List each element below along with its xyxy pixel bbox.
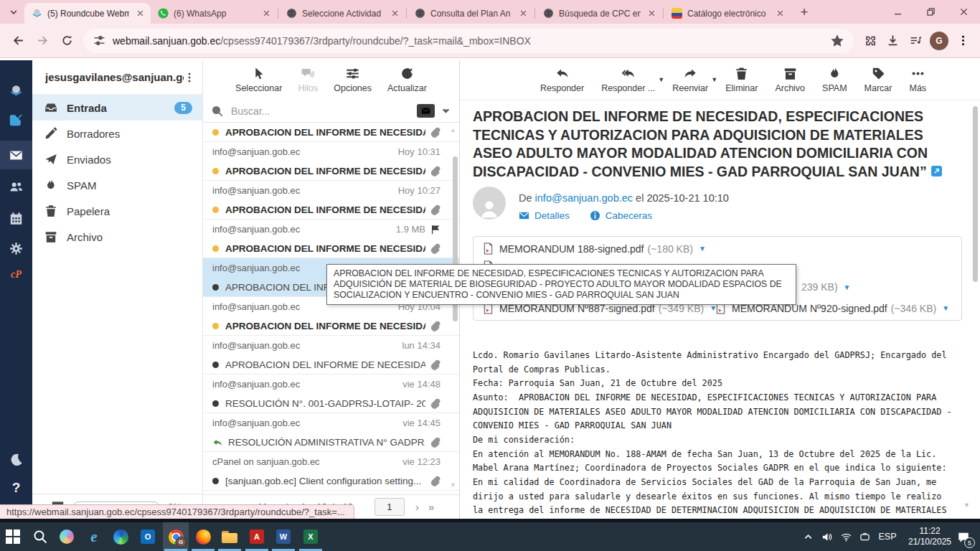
- toolbar-button-opciones[interactable]: Opciones: [334, 67, 372, 93]
- address-bar[interactable]: webmail.sanjuan.gob.ec/cpsess9740179367/…: [83, 29, 854, 53]
- tray-chevron-up-icon[interactable]: [799, 522, 816, 551]
- message-row[interactable]: info@sanjuan.gob.ecvie 14:45RESOLUCIÓN A…: [203, 413, 459, 452]
- mail-icon[interactable]: [0, 141, 32, 169]
- browser-tab[interactable]: (6) WhatsApp: [151, 3, 277, 24]
- toolbar-button-archivo[interactable]: Archivo: [775, 67, 805, 93]
- profile-avatar[interactable]: G: [930, 32, 948, 50]
- tab-search-chevron-icon[interactable]: [4, 3, 23, 22]
- message-row[interactable]: APROBACION DEL INFORME DE NECESIDA...: [203, 123, 459, 142]
- window-close-icon[interactable]: [947, 0, 980, 24]
- toolbar-button-spam[interactable]: SPAM: [822, 67, 847, 93]
- toolbar-button-m-s[interactable]: Más: [909, 67, 926, 93]
- page-last-icon[interactable]: »: [428, 501, 434, 513]
- tray-clock[interactable]: 11:22 21/10/2025: [901, 526, 958, 547]
- toolbar-button-eliminar[interactable]: Eliminar: [725, 67, 758, 93]
- toolbar-button-marcar[interactable]: Marcar: [864, 67, 892, 93]
- toolbar-button-actualizar[interactable]: Actualizar: [387, 67, 427, 93]
- sender-email-link[interactable]: info@sanjuan.gob.ec: [535, 192, 633, 204]
- taskbar-search-icon[interactable]: [32, 528, 49, 545]
- bookmark-star-icon[interactable]: [831, 34, 844, 47]
- taskbar-start-icon[interactable]: [4, 528, 22, 545]
- account-menu-kebab-icon[interactable]: [184, 72, 195, 83]
- tray-display-icon[interactable]: [856, 522, 873, 551]
- taskbar-file-explorer-icon[interactable]: [221, 528, 238, 545]
- browser-tab[interactable]: Catálogo electrónico: [664, 3, 791, 24]
- taskbar-edge-icon[interactable]: [112, 528, 129, 545]
- taskbar-chrome-icon[interactable]: G: [167, 528, 184, 545]
- tab-close-icon[interactable]: [260, 8, 272, 19]
- page-next-icon[interactable]: ›: [415, 501, 419, 513]
- tray-speaker-icon[interactable]: [818, 522, 835, 551]
- compose-icon[interactable]: [0, 105, 32, 133]
- toolbar-button-reenviar[interactable]: Reenviar▼: [672, 67, 708, 93]
- taskbar-acrobat-icon[interactable]: A: [248, 528, 265, 545]
- search-input[interactable]: [230, 105, 410, 118]
- media-controls-icon[interactable]: [904, 29, 927, 52]
- extensions-icon[interactable]: [858, 29, 881, 52]
- folder-item-archivo[interactable]: Archivo: [32, 224, 202, 250]
- tab-close-icon[interactable]: [646, 8, 657, 19]
- folder-item-entrada[interactable]: Entrada5: [32, 95, 202, 121]
- new-tab-button[interactable]: +: [795, 3, 814, 22]
- toolbar-button-responder[interactable]: Responder ...▼: [601, 67, 655, 93]
- taskbar-word-icon[interactable]: W: [275, 528, 292, 545]
- search-scope-icon[interactable]: [417, 104, 435, 118]
- attachment-item-partial[interactable]: 239 KB) ▼: [801, 281, 851, 293]
- tray-wifi-icon[interactable]: [837, 522, 854, 551]
- browser-tab[interactable]: (5) Roundcube Webm: [24, 3, 151, 24]
- unread-dot-icon[interactable]: [212, 129, 219, 136]
- headers-link[interactable]: Cabeceras: [606, 210, 652, 221]
- taskbar-outlook-icon[interactable]: O: [139, 528, 156, 545]
- help-icon[interactable]: ?: [0, 474, 32, 502]
- search-options-chevron-icon[interactable]: [441, 106, 451, 116]
- forward-icon[interactable]: [30, 29, 55, 53]
- tray-language[interactable]: ESP: [875, 522, 900, 551]
- open-in-new-window-icon[interactable]: [931, 166, 942, 176]
- calendar-icon[interactable]: [0, 204, 32, 232]
- read-dot-icon[interactable]: [212, 362, 219, 368]
- message-row[interactable]: cPanel on sanjuan.gob.ecvie 12:23[sanjua…: [203, 452, 459, 491]
- browser-menu-kebab-icon[interactable]: [951, 29, 974, 52]
- notification-center-icon[interactable]: 5: [954, 528, 973, 547]
- folder-item-papelera[interactable]: Papelera: [32, 198, 202, 224]
- page-number-input[interactable]: [374, 498, 405, 516]
- download-icon[interactable]: [881, 29, 904, 52]
- message-row[interactable]: info@sanjuan.gob.ec1.9 MBAPROBACION DEL …: [203, 220, 459, 258]
- list-scroll-up-icon[interactable]: ▲: [450, 126, 456, 133]
- folder-item-enviados[interactable]: Enviados: [32, 146, 202, 172]
- window-restore-icon[interactable]: [914, 0, 947, 24]
- attachment-menu-caret-icon[interactable]: ▼: [699, 245, 706, 253]
- folder-item-spam[interactable]: SPAM: [32, 172, 202, 198]
- list-scroll-down-icon[interactable]: ▼: [450, 481, 456, 489]
- site-settings-icon[interactable]: [93, 34, 105, 47]
- attachment-item[interactable]: MEMORANDUM 188-signed.pdf (~180 KB) ▼: [483, 242, 706, 255]
- dropdown-caret-icon[interactable]: ▼: [711, 76, 717, 83]
- unread-dot-icon[interactable]: [212, 245, 219, 252]
- message-row[interactable]: info@sanjuan.gob.ecvie 14:48RESOLUCIÓN N…: [203, 375, 459, 413]
- tab-close-icon[interactable]: [134, 8, 146, 19]
- read-dot-icon[interactable]: [212, 478, 219, 484]
- attachment-menu-caret-icon[interactable]: ▼: [844, 283, 851, 291]
- browser-tab[interactable]: Seleccione Actividad: [279, 3, 405, 24]
- unread-dot-icon[interactable]: [212, 207, 219, 213]
- browser-tab[interactable]: Búsqueda de CPC en: [536, 3, 662, 24]
- taskbar-internet-explorer-icon[interactable]: e: [85, 528, 103, 545]
- settings-gear-icon[interactable]: [0, 234, 32, 263]
- back-icon[interactable]: [6, 29, 30, 53]
- cpanel-icon[interactable]: cP: [0, 260, 32, 289]
- toolbar-button-responder[interactable]: Responder: [540, 67, 584, 93]
- tab-close-icon[interactable]: [517, 8, 529, 19]
- taskbar-firefox-icon[interactable]: [194, 528, 212, 545]
- taskbar-copilot-icon[interactable]: [58, 528, 75, 545]
- message-row[interactable]: info@sanjuan.gob.eclun 14:34APROBACION D…: [203, 336, 459, 375]
- theme-moon-icon[interactable]: [0, 445, 32, 474]
- folder-item-borradores[interactable]: Borradores: [32, 121, 202, 146]
- toolbar-button-seleccionar[interactable]: Seleccionar: [235, 67, 282, 93]
- read-dot-icon[interactable]: [212, 400, 219, 407]
- tab-close-icon[interactable]: [389, 8, 400, 19]
- unread-dot-icon[interactable]: [212, 168, 219, 174]
- details-link[interactable]: Detalles: [534, 210, 570, 221]
- reload-icon[interactable]: [55, 29, 79, 53]
- flag-icon[interactable]: [430, 225, 440, 235]
- message-row[interactable]: info@sanjuan.gob.ecHoy 10:27APROBACION D…: [203, 181, 459, 220]
